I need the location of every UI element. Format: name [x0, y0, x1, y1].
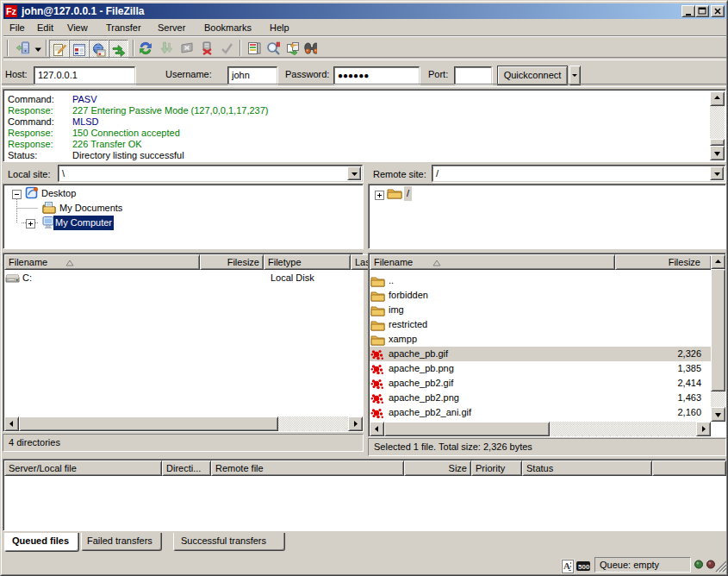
- svg-text:500: 500: [578, 563, 590, 571]
- svg-text:A: A: [563, 560, 570, 571]
